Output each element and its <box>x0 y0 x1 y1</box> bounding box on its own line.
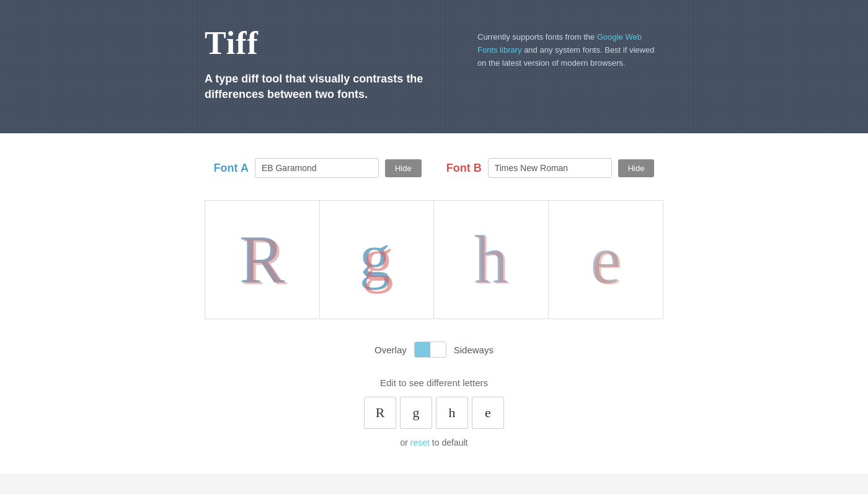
reset-suffix: to default <box>430 438 468 448</box>
toggle-overlay-half[interactable] <box>415 342 430 357</box>
header-description: Currently supports fonts from the Google… <box>477 31 663 69</box>
sideways-label: Sideways <box>454 345 494 355</box>
font-b-hide-button[interactable]: Hide <box>618 159 655 177</box>
main-content: Font A Hide Font B Hide R R R g <box>0 133 868 474</box>
font-b-group: Font B Hide <box>446 158 655 178</box>
edit-title: Edit to see different letters <box>205 377 663 388</box>
letter-layer-b-R: R <box>242 227 287 296</box>
letter-layer-b-g: g <box>363 229 394 291</box>
font-inputs-row: Font A Hide Font B Hide <box>205 158 663 178</box>
header-left: Tiff A type diff tool that visually cont… <box>205 25 428 102</box>
edit-input-2[interactable] <box>436 397 468 429</box>
letter-grid: R R R g g g h h h <box>205 200 663 319</box>
font-a-label: Font A <box>214 162 249 175</box>
edit-input-0[interactable] <box>364 397 396 429</box>
reset-prefix: or <box>401 438 410 448</box>
letter-display-g: g g g <box>360 226 394 294</box>
overlay-label: Overlay <box>374 345 407 355</box>
edit-inputs-row <box>205 397 663 429</box>
toggle-row: Overlay Sideways <box>205 342 663 358</box>
reset-link[interactable]: reset <box>410 438 430 448</box>
app-header: Tiff A type diff tool that visually cont… <box>0 0 868 133</box>
font-a-hide-button[interactable]: Hide <box>385 159 422 177</box>
font-a-group: Font A Hide <box>214 158 422 178</box>
reset-row: or reset to default <box>205 438 663 448</box>
header-right: Currently supports fonts from the Google… <box>477 25 663 69</box>
toggle-switch[interactable] <box>414 342 446 358</box>
edit-input-3[interactable] <box>472 397 504 429</box>
toggle-sideways-half[interactable] <box>430 342 446 357</box>
edit-input-1[interactable] <box>400 397 432 429</box>
app-title: Tiff <box>205 25 428 61</box>
app-subtitle: A type diff tool that visually contrasts… <box>205 71 428 102</box>
letter-layer-b-h: h <box>476 227 510 295</box>
letter-cell-R: R R R <box>205 201 320 319</box>
edit-section: Edit to see different letters or reset t… <box>205 377 663 448</box>
letter-display-R: R R R <box>239 226 285 294</box>
font-b-input[interactable] <box>488 158 612 178</box>
letter-cell-e: e e e <box>549 201 663 319</box>
font-b-label: Font B <box>446 162 482 175</box>
font-a-input[interactable] <box>255 158 379 178</box>
letter-display-e: e e e <box>590 226 621 294</box>
letter-display-h: h h h <box>474 226 508 294</box>
letter-layer-b-e: e <box>592 227 622 295</box>
letter-cell-g: g g g <box>320 201 435 319</box>
header-desc-before: Currently supports fonts from the <box>477 32 597 42</box>
letter-cell-h: h h h <box>434 201 549 319</box>
